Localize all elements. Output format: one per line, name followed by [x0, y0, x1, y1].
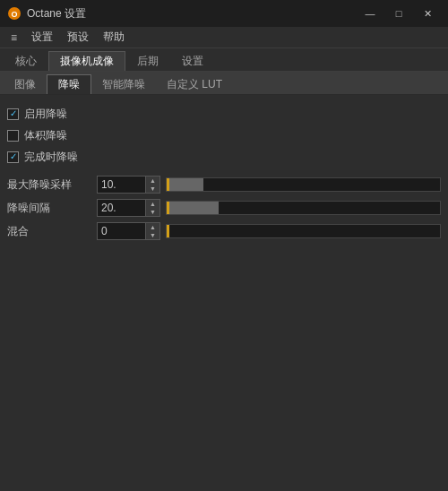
label-volume-denoise: 体积降噪 — [24, 128, 67, 143]
slider-fill-1 — [169, 178, 203, 191]
slider-track-denoise-interval — [166, 201, 441, 215]
label-denoise-interval: 降噪间隔 — [7, 201, 97, 216]
maximize-button[interactable]: □ — [385, 4, 412, 22]
input-mix[interactable] — [97, 222, 146, 240]
slider-max-denoise-sample[interactable] — [166, 176, 441, 194]
input-group-mix: ▲ ▼ — [97, 222, 160, 240]
checkbox-row-complete-denoise: 完成时降噪 — [7, 147, 441, 167]
menu-preview[interactable]: 预设 — [60, 28, 96, 47]
tab-core[interactable]: 核心 — [4, 51, 48, 71]
spinner-max-denoise-sample: ▲ ▼ — [146, 176, 160, 194]
checkbox-volume-denoise[interactable] — [7, 130, 19, 142]
tab-post[interactable]: 后期 — [125, 51, 170, 71]
label-complete-denoise: 完成时降噪 — [24, 150, 78, 165]
field-row-max-denoise-sample: 最大降噪采样 ▲ ▼ — [7, 174, 441, 195]
tab-smart-denoise[interactable]: 智能降噪 — [91, 74, 156, 94]
close-button[interactable]: ✕ — [414, 4, 441, 22]
menu-bar: ≡ 设置 预设 帮助 — [0, 27, 448, 48]
slider-fill-2 — [169, 202, 219, 214]
tab-denoise[interactable]: 降噪 — [47, 74, 91, 94]
spinner-up-max-denoise-sample[interactable]: ▲ — [146, 177, 159, 185]
tab-bar-primary: 核心 摄像机成像 后期 设置 — [0, 48, 448, 72]
spinner-down-denoise-interval[interactable]: ▼ — [146, 208, 159, 216]
field-row-denoise-interval: 降噪间隔 ▲ ▼ — [7, 197, 441, 219]
slider-track-max-denoise-sample — [166, 177, 441, 192]
app-title: Octane 设置 — [27, 6, 86, 22]
field-row-mix: 混合 ▲ ▼ — [7, 220, 441, 242]
title-bar-controls: — □ ✕ — [357, 4, 441, 22]
spinner-mix: ▲ ▼ — [146, 222, 160, 240]
main-wrapper: ≡ 设置 预设 帮助 核心 摄像机成像 后期 设置 图像 降噪 智能降噪 自定义… — [0, 27, 448, 491]
checkbox-row-enable-denoise: 启用降噪 — [7, 104, 441, 124]
input-group-max-denoise-sample: ▲ ▼ — [97, 176, 160, 194]
spinner-denoise-interval: ▲ ▼ — [146, 199, 160, 217]
slider-track-mix — [166, 224, 441, 238]
slider-denoise-interval[interactable] — [166, 199, 441, 217]
spinner-down-mix[interactable]: ▼ — [146, 231, 159, 239]
label-enable-denoise: 启用降噪 — [24, 107, 67, 122]
spinner-down-max-denoise-sample[interactable]: ▼ — [146, 185, 159, 193]
input-denoise-interval[interactable] — [97, 199, 146, 217]
app-icon: O — [7, 6, 22, 21]
slider-mix[interactable] — [166, 222, 441, 240]
title-bar: O Octane 设置 — □ ✕ — [0, 0, 448, 27]
spinner-up-denoise-interval[interactable]: ▲ — [146, 200, 159, 208]
label-max-denoise-sample: 最大降噪采样 — [7, 177, 97, 193]
menu-settings[interactable]: 设置 — [24, 28, 60, 47]
spinner-up-mix[interactable]: ▲ — [146, 223, 159, 231]
slider-accent-3 — [167, 225, 169, 237]
tab-bar-secondary: 图像 降噪 智能降噪 自定义 LUT — [0, 72, 448, 95]
tab-image[interactable]: 图像 — [4, 74, 47, 94]
input-group-denoise-interval: ▲ ▼ — [97, 199, 160, 217]
checkbox-complete-denoise[interactable] — [7, 151, 19, 163]
svg-text:O: O — [11, 10, 17, 19]
checkbox-row-volume-denoise: 体积降噪 — [7, 125, 441, 145]
checkbox-enable-denoise[interactable] — [7, 108, 19, 120]
tab-camera[interactable]: 摄像机成像 — [48, 51, 125, 71]
label-mix: 混合 — [7, 224, 97, 239]
content-area: 启用降噪 体积降噪 完成时降噪 最大降噪采样 ▲ ▼ — [0, 95, 448, 491]
tab-settings[interactable]: 设置 — [170, 51, 215, 71]
input-max-denoise-sample[interactable] — [97, 176, 146, 194]
minimize-button[interactable]: — — [357, 4, 383, 22]
menu-help[interactable]: 帮助 — [96, 28, 132, 47]
tab-custom-lut[interactable]: 自定义 LUT — [156, 74, 233, 94]
menu-hamburger[interactable]: ≡ — [4, 28, 24, 47]
title-bar-left: O Octane 设置 — [7, 6, 86, 22]
